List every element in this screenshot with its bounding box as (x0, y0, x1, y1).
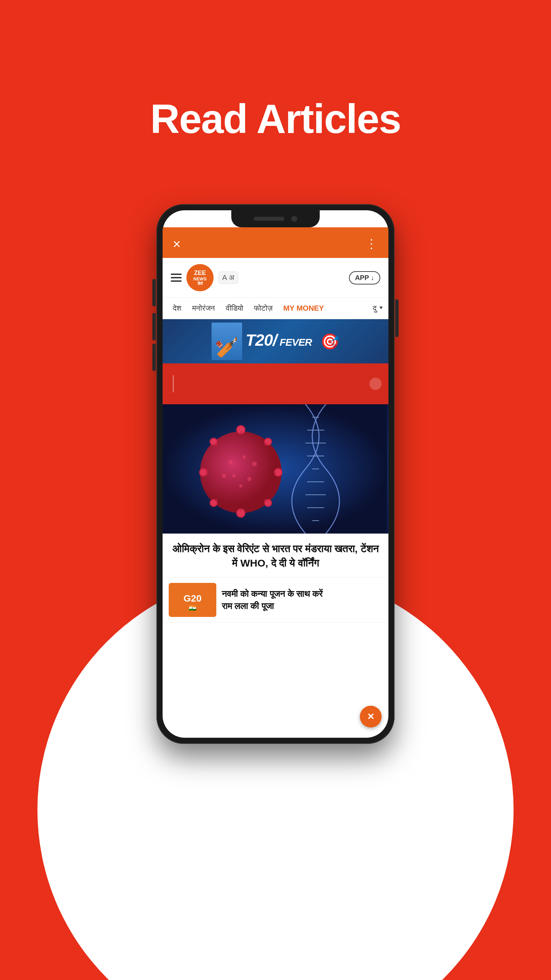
logo-news: NEWS (194, 277, 207, 282)
logo-hindi: हिंदी (198, 282, 203, 285)
svg-point-31 (252, 461, 257, 466)
page-title: Read Articles (0, 95, 551, 142)
logo-zee: ZEE (194, 270, 206, 277)
nav-more-button[interactable]: दु ▾ (373, 304, 384, 313)
second-article-text: नवमी को कन्या पूजन के साथ करें राम लला क… (222, 588, 382, 612)
second-article-text-block: नवमी को कन्या पूजन के साथ करें राम लला क… (222, 588, 382, 612)
zee-news-logo: ZEE NEWS हिंदी (186, 264, 214, 291)
t20-content: 🏏 T20/ FEVER 🎯 (211, 323, 340, 360)
svg-text:G20: G20 (184, 593, 202, 604)
phone-outer: × ⋮ ZEE NEWS हिंदी A अ (156, 204, 395, 744)
svg-point-34 (239, 484, 243, 488)
svg-text:FEVER: FEVER (279, 337, 312, 348)
second-article-thumb-svg: G20 🇮🇳 (169, 583, 216, 617)
svg-point-33 (247, 477, 251, 481)
cricket-emoji: 🏏 (215, 336, 238, 358)
article-hero-image (163, 404, 388, 533)
hamburger-line (171, 277, 182, 278)
t20-banner[interactable]: 🏏 T20/ FEVER 🎯 (163, 319, 388, 363)
bottom-notification-close[interactable] (360, 706, 382, 727)
browser-close-button[interactable]: × (173, 237, 181, 251)
speaker (254, 217, 284, 221)
navigation-tabs: देश मनोरंजन वीडियो फोटोज़ MY MONEY दु ▾ (163, 298, 388, 319)
article-headline-block[interactable]: ओमिक्रोन के इस वेरिएंट से भारत पर मंडराय… (163, 533, 388, 578)
t20-player-image: 🏏 (211, 323, 242, 360)
t20-svg: T20/ FEVER (246, 329, 314, 350)
svg-text:T20/: T20/ (246, 331, 279, 349)
ad-bar-line (173, 375, 174, 392)
phone-notch (231, 210, 320, 227)
svg-point-32 (232, 474, 236, 477)
app-download-button[interactable]: APP ↓ (349, 271, 380, 285)
article-image-svg (163, 404, 387, 533)
t20-title: T20/ FEVER (246, 329, 314, 353)
tab-video[interactable]: वीडियो (221, 301, 249, 315)
tab-photos[interactable]: फोटोज़ (249, 301, 278, 315)
tab-manoranjan[interactable]: मनोरंजन (187, 301, 221, 315)
browser-menu-button[interactable]: ⋮ (365, 237, 378, 251)
hamburger-menu[interactable] (171, 274, 182, 282)
svg-text:🇮🇳: 🇮🇳 (189, 605, 197, 612)
browser-bar: × ⋮ (163, 227, 388, 258)
svg-point-29 (229, 460, 233, 464)
header-left: ZEE NEWS हिंदी A अ (171, 264, 238, 291)
second-article-thumbnail: G20 🇮🇳 (169, 583, 216, 617)
t20-cricket-icon: 🎯 (321, 332, 340, 350)
tab-my-money[interactable]: MY MONEY (278, 301, 329, 315)
phone-mockup: × ⋮ ZEE NEWS हिंदी A अ (156, 204, 395, 744)
t20-text-block: T20/ FEVER (246, 329, 314, 353)
phone-screen: × ⋮ ZEE NEWS हिंदी A अ (163, 210, 388, 738)
svg-point-35 (222, 474, 226, 478)
language-switch-button[interactable]: A अ (218, 272, 238, 284)
second-article-row[interactable]: G20 🇮🇳 नवमी को कन्या पूजन के साथ करें रा… (163, 578, 388, 623)
ad-close-button[interactable] (369, 378, 382, 390)
app-header: ZEE NEWS हिंदी A अ APP ↓ (163, 258, 388, 298)
hamburger-line (171, 280, 182, 282)
ad-banner (163, 363, 388, 404)
camera (291, 216, 297, 222)
article-headline-text: ओमिक्रोन के इस वेरिएंट से भारत पर मंडराय… (169, 542, 382, 570)
svg-point-30 (243, 455, 246, 459)
hamburger-line (171, 274, 182, 275)
tab-desh[interactable]: देश (167, 301, 187, 315)
